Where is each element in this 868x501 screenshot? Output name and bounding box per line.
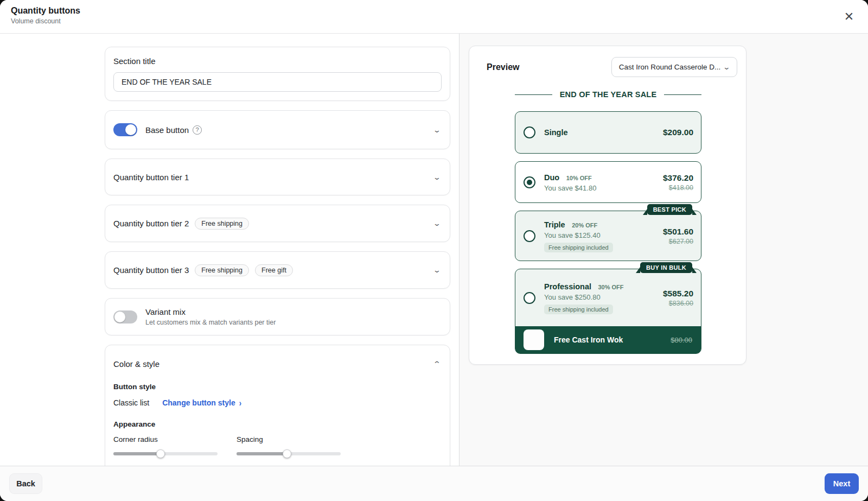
radio-duo-selected[interactable]: [524, 176, 535, 188]
free-gift-pill: Free gift: [255, 264, 293, 276]
buy-in-bulk-badge: BUY IN BULK: [640, 262, 692, 273]
option-name: Single: [544, 128, 568, 137]
free-shipping-pill: Free shipping: [195, 218, 249, 230]
best-pick-badge: BEST PICK: [647, 204, 692, 215]
base-button-toggle[interactable]: [113, 123, 137, 136]
tier-3-label: Quantity button tier 3: [113, 265, 189, 275]
preview-card: Preview Cast Iron Round Casserole D... ⌄…: [469, 46, 746, 365]
section-title-input[interactable]: [113, 72, 442, 92]
tier-2-accordion[interactable]: Quantity button tier 2 Free shipping ⌄: [105, 205, 450, 242]
base-button-label-row: Base button ?: [145, 125, 202, 135]
radio-single[interactable]: [524, 126, 535, 138]
option-price: $209.00: [663, 128, 693, 137]
variant-mix-toggle[interactable]: [113, 310, 137, 324]
variant-mix-text: Variant mix Let customers mix & match va…: [145, 307, 276, 326]
slider-fill: [113, 452, 160, 455]
back-button[interactable]: Back: [9, 473, 42, 494]
corner-radius-label: Corner radius: [113, 435, 237, 443]
option-old-price: $418.00: [663, 184, 693, 192]
page-title: Quantity buttons: [11, 6, 857, 16]
discount-label: 10% OFF: [566, 175, 592, 181]
free-gift-bar: Free Cast Iron Wok $80.00: [515, 326, 701, 353]
base-button-card[interactable]: Base button ? ⌄: [105, 110, 450, 149]
modal-content: Section title Base button ? ⌄ Quantity b…: [0, 34, 868, 466]
gift-name: Free Cast Iron Wok: [554, 335, 623, 344]
next-button[interactable]: Next: [825, 473, 859, 494]
variant-mix-description: Let customers mix & match variants per t…: [145, 319, 276, 326]
variant-mix-label: Variant mix: [145, 307, 276, 316]
savings-label: You save $41.80: [544, 184, 596, 192]
option-price: $585.20: [663, 289, 693, 299]
savings-label: You save $250.80: [544, 293, 624, 301]
slider-handle[interactable]: [156, 449, 165, 458]
option-single[interactable]: Single $209.00: [515, 111, 701, 154]
chevron-down-icon[interactable]: ⌄: [433, 266, 441, 274]
tier-3-accordion[interactable]: Quantity button tier 3 Free shipping Fre…: [105, 251, 450, 289]
help-icon[interactable]: ?: [193, 125, 202, 135]
gift-old-price: $80.00: [671, 336, 692, 344]
toggle-knob: [125, 124, 136, 135]
sale-title-row: END OF THE YEAR SALE: [515, 85, 701, 104]
close-icon[interactable]: ✕: [842, 10, 856, 24]
color-style-header[interactable]: Color & style ⌃: [113, 345, 440, 375]
quantity-buttons-modal: Quantity buttons Volume discount ✕ Secti…: [0, 0, 868, 501]
tier-2-label: Quantity button tier 2: [113, 219, 189, 228]
product-select-value: Cast Iron Round Casserole D...: [619, 63, 721, 71]
section-title-card: Section title: [105, 47, 450, 101]
volume-discount-widget: END OF THE YEAR SALE Single $209.00: [515, 85, 701, 354]
option-name: Triple: [544, 220, 565, 229]
preview-pane: Preview Cast Iron Round Casserole D... ⌄…: [459, 34, 868, 466]
option-old-price: $627.00: [663, 238, 693, 245]
slider-handle[interactable]: [283, 449, 291, 458]
savings-label: You save $125.40: [544, 231, 613, 239]
discount-label: 30% OFF: [598, 284, 623, 290]
chevron-right-icon: ›: [239, 398, 241, 408]
corner-radius-slider[interactable]: [113, 452, 218, 455]
chevron-down-icon[interactable]: ⌄: [433, 126, 441, 134]
color-style-label: Color & style: [113, 359, 159, 369]
divider-line: [515, 94, 552, 95]
base-button-label: Base button: [145, 125, 189, 135]
divider-line: [664, 94, 701, 95]
change-button-style-link[interactable]: Change button style ›: [162, 398, 241, 407]
radio-triple[interactable]: [524, 230, 535, 242]
option-price: $501.60: [663, 227, 693, 237]
option-old-price: $836.00: [663, 300, 693, 307]
free-shipping-chip: Free shipping included: [544, 305, 613, 314]
settings-pane: Section title Base button ? ⌄ Quantity b…: [0, 34, 459, 466]
section-title-label: Section title: [113, 56, 442, 66]
option-professional[interactable]: BUY IN BULK Professional 30% OFF You sav…: [515, 269, 701, 354]
page-subtitle: Volume discount: [11, 17, 857, 25]
chevron-up-icon[interactable]: ⌃: [433, 360, 441, 368]
product-select[interactable]: Cast Iron Round Casserole D... ⌄: [611, 57, 737, 77]
option-name: Professional: [544, 282, 591, 291]
chevron-down-icon[interactable]: ⌄: [433, 173, 441, 181]
tier-1-label: Quantity button tier 1: [113, 173, 189, 182]
option-triple[interactable]: BEST PICK Triple 20% OFF You save $125.4…: [515, 211, 701, 261]
tier-1-accordion[interactable]: Quantity button tier 1 ⌄: [105, 158, 450, 195]
toggle-knob: [114, 312, 125, 322]
sale-title-text: END OF THE YEAR SALE: [560, 90, 657, 99]
chevron-down-icon: ⌄: [723, 63, 731, 71]
bottom-bar: Back Next: [0, 466, 868, 501]
discount-label: 20% OFF: [572, 222, 597, 229]
free-shipping-chip: Free shipping included: [544, 243, 613, 252]
chevron-down-icon[interactable]: ⌄: [433, 219, 441, 227]
button-style-heading: Button style: [113, 383, 440, 391]
free-shipping-pill: Free shipping: [195, 264, 249, 276]
preview-title: Preview: [487, 62, 519, 72]
radio-professional[interactable]: [524, 292, 535, 304]
color-style-card: Color & style ⌃ Button style Classic lis…: [105, 345, 450, 466]
button-style-value: Classic list: [113, 398, 149, 407]
variant-mix-card: Variant mix Let customers mix & match va…: [105, 298, 450, 335]
slider-fill: [237, 452, 286, 455]
option-price: $376.20: [663, 173, 693, 183]
appearance-heading: Appearance: [113, 420, 440, 428]
gift-image-placeholder: [524, 329, 544, 350]
modal-header: Quantity buttons Volume discount ✕: [0, 0, 868, 34]
spacing-label: Spacing: [237, 435, 341, 443]
option-name: Duo: [544, 173, 559, 182]
option-duo[interactable]: Duo 10% OFF You save $41.80 $376.20 $418…: [515, 161, 701, 203]
spacing-slider[interactable]: [237, 452, 341, 455]
